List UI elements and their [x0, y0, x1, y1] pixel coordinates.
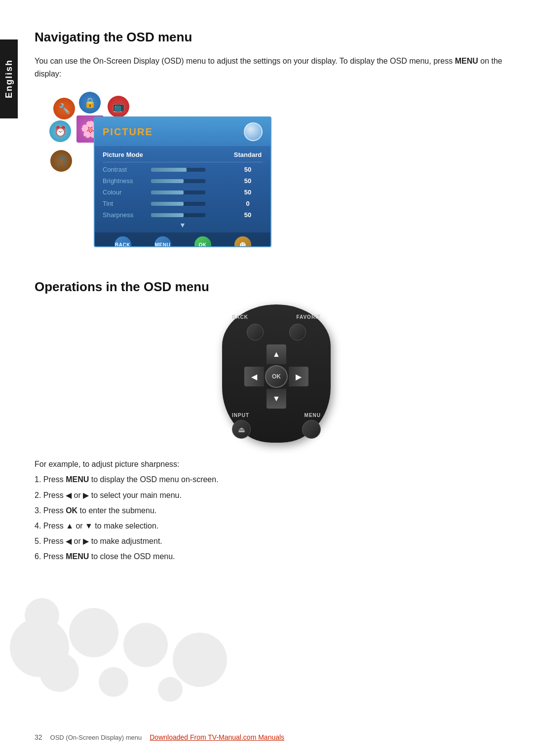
osd-menu-rows: Picture Mode Standard Contrast 5 [95, 146, 270, 232]
osd-fill-sharpness [151, 213, 184, 217]
section1-intro: You can use the On-Screen Display (OSD) … [35, 55, 503, 80]
osd-menu-box: PICTURE Picture Mode Standard Contrast [94, 116, 271, 247]
osd-fill-contrast [151, 168, 187, 172]
remote-bottom-row: ⏏ [232, 420, 321, 439]
osd-nav-circle: ⊕ [234, 236, 251, 247]
osd-back-button: BACK [114, 236, 131, 247]
osd-value-picture-mode: Standard [233, 151, 263, 158]
page-footer: 32 OSD (On-Screen Display) menu Download… [35, 733, 503, 741]
side-tab-label: English [4, 59, 14, 98]
footer-section-label: OSD (On-Screen Display) menu [50, 734, 142, 741]
instruction-step-6: 6. Press MENU to close the OSD menu. [35, 550, 503, 563]
osd-row-picture-mode: Picture Mode Standard [103, 149, 263, 160]
osd-value-tint: 0 [233, 200, 263, 207]
osd-menu-button: MENU [154, 236, 171, 247]
osd-ok-button: OK [194, 236, 211, 247]
section2-title: Operations in the OSD menu [35, 279, 503, 295]
dpad-down-button[interactable]: ▼ [266, 389, 286, 409]
side-tab: English [0, 39, 18, 118]
remote-top-labels: BACK FAVORIT [232, 314, 321, 320]
remote-menu-button-area [302, 420, 321, 439]
osd-row-sharpness: Sharpness 50 [103, 209, 263, 221]
osd-menu-title: PICTURE [103, 126, 153, 138]
instructions-section: For example, to adjust picture sharpness… [35, 457, 503, 563]
osd-ok-circle: OK [194, 236, 211, 247]
remote-menu-label: MENU [305, 413, 321, 418]
dpad-left-button[interactable]: ◀ [244, 367, 264, 386]
osd-fill-brightness [151, 179, 184, 183]
osd-row-brightness: Brightness 50 [103, 175, 263, 187]
down-arrow-icon: ▼ [272, 394, 280, 403]
osd-label-brightness: Brightness [103, 177, 147, 185]
osd-menu-circle: MENU [154, 236, 171, 247]
osd-nav-button: ⊕ [234, 236, 251, 247]
osd-track-sharpness [151, 213, 205, 217]
remote-favorite-button[interactable] [289, 324, 306, 340]
bold-ok: OK [66, 506, 77, 515]
osd-menu-bubble [244, 122, 263, 141]
section1-title: Navigating the OSD menu [35, 30, 503, 45]
bold-menu-2: MENU [66, 552, 89, 561]
ok-label: OK [272, 373, 281, 380]
instruction-step-4: 4. Press ▲ or ▼ to make selection. [35, 519, 503, 532]
osd-value-sharpness: 50 [233, 211, 263, 219]
dpad-container: ▲ ◀ OK ▶ ▼ [244, 344, 308, 409]
left-arrow-icon: ◀ [251, 372, 257, 381]
osd-value-contrast: 50 [233, 166, 263, 173]
lock-icon: 🔒 [79, 92, 101, 113]
osd-track-tint [151, 202, 205, 206]
osd-value-brightness: 50 [233, 177, 263, 185]
osd-buttons-row: BACK MENU OK ⊕ [95, 232, 270, 247]
osd-label-colour: Colour [103, 189, 147, 196]
osd-track-colour [151, 190, 205, 194]
dpad-up-button[interactable]: ▲ [266, 344, 286, 364]
remote-control-image: BACK FAVORIT ▲ ◀ OK ▶ [49, 304, 503, 443]
osd-bar-contrast [151, 168, 229, 172]
clock-icon: ⏰ [49, 120, 71, 142]
osd-fill-colour [151, 190, 184, 194]
remote-top-buttons [247, 324, 306, 340]
osd-bar-tint [151, 202, 229, 206]
osd-icons-wrapper: 🔧 🔒 📺 ⏰ 🌸 🎵 PICTURE Picture Mode [49, 92, 296, 260]
osd-row-contrast: Contrast 50 [103, 164, 263, 175]
osd-row-tint: Tint 0 [103, 198, 263, 209]
osd-bar-colour [151, 190, 229, 194]
osd-label-picture-mode: Picture Mode [103, 151, 147, 158]
osd-bar-sharpness [151, 213, 229, 217]
remote-input-label: INPUT [232, 413, 249, 418]
instruction-step-2: 2. Press ◀ or ▶ to select your main menu… [35, 489, 503, 502]
instruction-step-3: 3. Press OK to enter the submenu. [35, 504, 503, 517]
remote-body: BACK FAVORIT ▲ ◀ OK ▶ [222, 304, 331, 443]
remote-favorite-label: FAVORIT [296, 314, 321, 320]
osd-track-contrast [151, 168, 205, 172]
remote-bottom-labels: INPUT MENU [232, 413, 321, 418]
instructions-intro: For example, to adjust picture sharpness… [35, 457, 503, 471]
osd-row-colour: Colour 50 [103, 187, 263, 198]
remote-back-label: BACK [232, 314, 248, 320]
osd-back-circle: BACK [114, 236, 131, 247]
osd-separator [103, 162, 263, 162]
tools-icon: 🔧 [53, 98, 75, 119]
osd-label-contrast: Contrast [103, 166, 147, 173]
osd-menu-header: PICTURE [95, 117, 270, 146]
dpad-right-button[interactable]: ▶ [289, 367, 308, 386]
osd-label-tint: Tint [103, 200, 147, 207]
remote-input-button[interactable]: ⏏ [232, 420, 251, 439]
remote-input-button-area: ⏏ [232, 420, 251, 439]
osd-scroll-indicator: ▼ [103, 222, 263, 229]
instruction-step-5: 5. Press ◀ or ▶ to make adjustment. [35, 534, 503, 548]
right-arrow-icon: ▶ [296, 372, 302, 381]
screen-icon: 📺 [108, 96, 129, 117]
music-icon: 🎵 [50, 150, 72, 172]
osd-fill-tint [151, 202, 184, 206]
bold-menu-1: MENU [66, 475, 89, 484]
osd-value-colour: 50 [233, 189, 263, 196]
dpad-ok-button[interactable]: OK [265, 365, 288, 388]
up-arrow-icon: ▲ [272, 350, 280, 359]
instruction-step-1: 1. Press MENU to display the OSD menu on… [35, 473, 503, 486]
footer-link[interactable]: Downloaded From TV-Manual.com Manuals [150, 733, 284, 741]
remote-menu-button[interactable] [302, 420, 321, 439]
remote-back-button[interactable] [247, 324, 264, 340]
osd-screenshot-container: 🔧 🔒 📺 ⏰ 🌸 🎵 PICTURE Picture Mode [49, 92, 276, 260]
page-number: 32 [35, 733, 42, 741]
